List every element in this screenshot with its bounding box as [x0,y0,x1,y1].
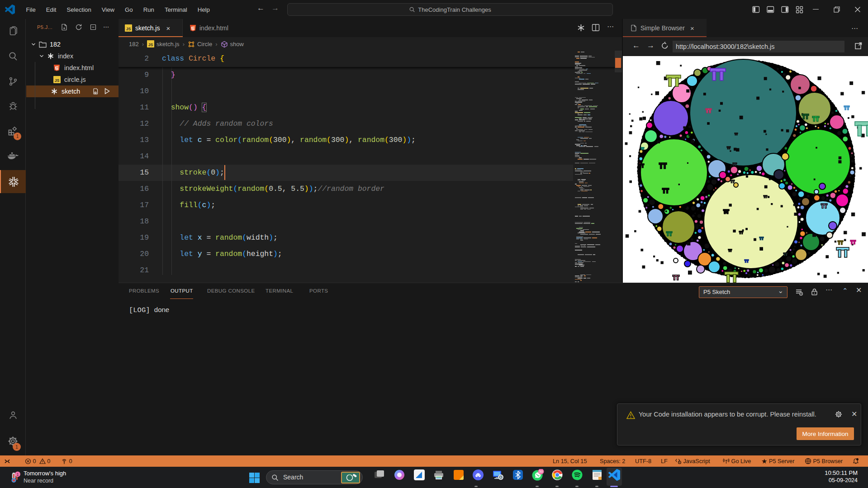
svg-text:1: 1 [16,472,19,477]
svg-text:JS: JS [126,27,131,31]
svg-text:JS: JS [148,43,153,47]
svg-text:50: 50 [539,469,543,474]
svg-text:JS: JS [55,78,60,83]
